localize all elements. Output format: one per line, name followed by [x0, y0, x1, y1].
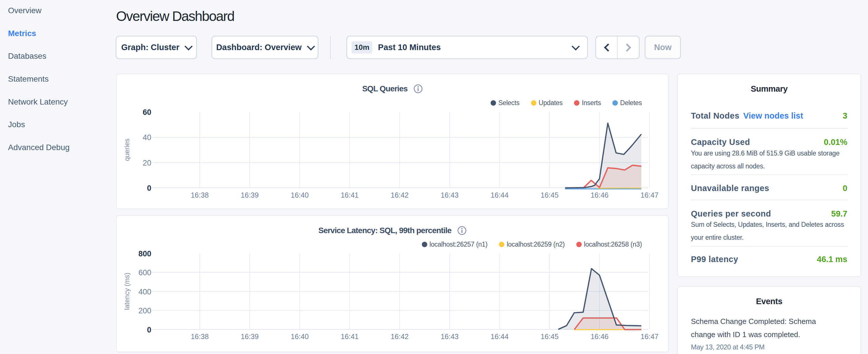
svg-text:16:39: 16:39	[241, 332, 259, 341]
svg-text:0: 0	[147, 184, 151, 192]
svg-text:16:40: 16:40	[291, 332, 309, 341]
svg-text:16:40: 16:40	[291, 191, 309, 199]
svg-text:200: 200	[138, 307, 151, 315]
svg-text:16:43: 16:43	[441, 191, 459, 199]
svg-text:16:45: 16:45	[541, 332, 559, 341]
svg-text:16:46: 16:46	[591, 332, 609, 341]
svg-text:16:39: 16:39	[241, 191, 259, 199]
svg-text:20: 20	[143, 159, 151, 167]
svg-text:16:47: 16:47	[641, 191, 658, 199]
svg-text:40: 40	[143, 133, 151, 142]
svg-text:16:44: 16:44	[491, 191, 509, 199]
svg-text:16:43: 16:43	[441, 332, 459, 341]
svg-text:16:44: 16:44	[491, 332, 509, 341]
svg-text:latency (ms): latency (ms)	[123, 273, 131, 310]
svg-text:16:38: 16:38	[191, 332, 209, 341]
svg-text:16:45: 16:45	[541, 191, 559, 199]
svg-text:16:41: 16:41	[341, 191, 359, 199]
svg-text:16:46: 16:46	[591, 191, 609, 199]
svg-text:queries: queries	[123, 139, 131, 161]
svg-text:0: 0	[147, 326, 151, 334]
svg-text:16:42: 16:42	[391, 332, 409, 341]
svg-text:400: 400	[138, 288, 151, 296]
svg-text:600: 600	[138, 268, 151, 277]
svg-text:16:42: 16:42	[391, 191, 409, 199]
svg-text:60: 60	[143, 108, 151, 117]
svg-text:800: 800	[138, 250, 151, 258]
svg-text:16:38: 16:38	[191, 191, 209, 199]
svg-text:16:41: 16:41	[341, 332, 359, 341]
svg-text:16:47: 16:47	[641, 332, 658, 341]
